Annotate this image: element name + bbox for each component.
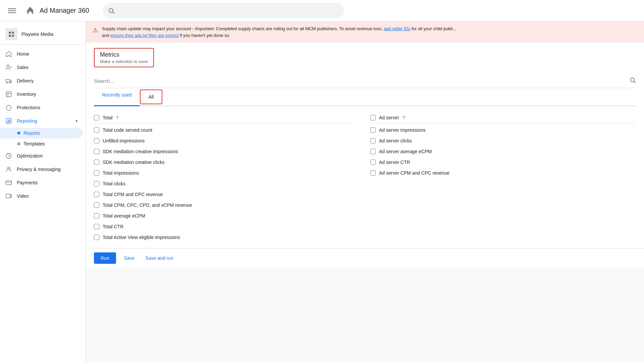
tab-all[interactable]: All bbox=[140, 89, 163, 104]
sidebar-item-optimization[interactable]: Optimization bbox=[0, 149, 83, 163]
svg-line-5 bbox=[113, 12, 114, 13]
metrics-section: Metrics Make a selection to save Recentl… bbox=[86, 43, 644, 248]
checkbox-total-clicks[interactable] bbox=[94, 181, 99, 186]
sidebar-item-reporting[interactable]: Reporting ▾ bbox=[0, 114, 83, 128]
video-icon bbox=[5, 193, 12, 199]
inventory-icon bbox=[5, 91, 12, 98]
metrics-tabs: Recently used All bbox=[94, 88, 636, 106]
sidebar-label-inventory: Inventory bbox=[17, 92, 36, 97]
metric-item-total-impressions[interactable]: Total impressions bbox=[94, 168, 354, 178]
main-layout: Playwire Media Home Sales bbox=[0, 21, 644, 362]
sidebar-item-protections[interactable]: Protections bbox=[0, 101, 83, 114]
run-button[interactable]: Run bbox=[94, 252, 116, 264]
metric-item-total-cpm-cpc-cpd[interactable]: Total CPM, CPC, CPD, and vCPM revenue bbox=[94, 200, 354, 210]
svg-point-10 bbox=[7, 65, 9, 67]
metric-item-unfilled[interactable]: Unfilled impressions bbox=[94, 135, 354, 146]
account-selector[interactable]: Playwire Media bbox=[0, 24, 86, 45]
checkbox-ad-server-impressions[interactable] bbox=[370, 127, 376, 133]
bottom-toolbar: Run Save Save and run bbox=[86, 248, 644, 268]
sidebar-item-reports[interactable]: Reports bbox=[0, 128, 83, 138]
checkbox-sdk-impressions[interactable] bbox=[94, 149, 99, 154]
checkbox-total-cpm-cpc-cpd[interactable] bbox=[94, 202, 99, 208]
metric-label-total-active-view: Total Active View eligible impressions bbox=[103, 235, 180, 240]
checkbox-total-impressions[interactable] bbox=[94, 170, 99, 176]
checkbox-ad-server-clicks[interactable] bbox=[370, 138, 376, 143]
metric-item-total-code-served[interactable]: Total code served count bbox=[94, 125, 354, 135]
ad-server-group-checkbox[interactable] bbox=[370, 115, 376, 120]
metric-label-unfilled: Unfilled impressions bbox=[103, 138, 145, 143]
total-group-label: Total bbox=[103, 115, 113, 120]
metric-item-ad-server-ctr[interactable]: Ad server CTR bbox=[370, 157, 636, 168]
checkbox-unfilled[interactable] bbox=[94, 138, 99, 143]
svg-rect-9 bbox=[12, 35, 14, 37]
metric-label-total-ctr: Total CTR bbox=[103, 224, 123, 229]
metric-label-total-clicks: Total clicks bbox=[103, 181, 125, 186]
ad-server-group-label: Ad server bbox=[379, 115, 399, 120]
alert-text-2: for all your child publi... bbox=[412, 26, 456, 31]
metric-item-ad-server-cpm-cpc[interactable]: Ad server CPM and CPC revenue bbox=[370, 168, 636, 178]
checkbox-total-active-view[interactable] bbox=[94, 235, 99, 240]
sidebar-item-video[interactable]: Video bbox=[0, 189, 83, 203]
sidebar-label-home: Home bbox=[17, 51, 29, 57]
inactive-dot bbox=[17, 142, 20, 145]
checkbox-sdk-clicks[interactable] bbox=[94, 160, 99, 165]
alert-link-ads-txt[interactable]: ensure their ads.txt files are correct bbox=[110, 33, 178, 38]
ad-server-help-icon[interactable]: ? bbox=[402, 115, 405, 120]
metric-item-total-active-view[interactable]: Total Active View eligible impressions bbox=[94, 232, 354, 243]
sidebar-item-inventory[interactable]: Inventory bbox=[0, 87, 83, 101]
svg-rect-25 bbox=[6, 194, 10, 198]
metric-item-ad-server-impressions[interactable]: Ad server impressions bbox=[370, 125, 636, 135]
delivery-icon bbox=[5, 77, 12, 84]
metric-label-ad-server-avg-ecpm: Ad server average eCPM bbox=[379, 149, 432, 154]
checkbox-ad-server-ctr[interactable] bbox=[370, 160, 376, 165]
checkbox-total-avg-ecpm[interactable] bbox=[94, 213, 99, 219]
sidebar-item-home[interactable]: Home bbox=[0, 47, 83, 61]
search-bar[interactable] bbox=[103, 3, 344, 18]
checkbox-total-ctr[interactable] bbox=[94, 224, 99, 229]
expand-icon: ▾ bbox=[75, 119, 77, 123]
search-input[interactable] bbox=[119, 8, 339, 14]
protections-icon bbox=[5, 104, 12, 111]
metrics-search-icon bbox=[629, 77, 636, 85]
checkbox-ad-server-avg-ecpm[interactable] bbox=[370, 149, 376, 154]
metric-label-ad-server-impressions: Ad server impressions bbox=[379, 127, 426, 133]
metric-label-sdk-impressions: SDK mediation creative impressions bbox=[103, 149, 178, 154]
account-name: Playwire Media bbox=[21, 32, 53, 37]
metric-item-ad-server-clicks[interactable]: Ad server clicks bbox=[370, 135, 636, 146]
checkbox-total-cpm-cpc[interactable] bbox=[94, 192, 99, 197]
save-button[interactable]: Save bbox=[121, 252, 138, 264]
save-and-run-button[interactable]: Save and run bbox=[143, 252, 176, 264]
alert-icon: ⚠ bbox=[93, 26, 98, 35]
menu-icon[interactable] bbox=[5, 4, 19, 17]
metric-label-total-impressions: Total impressions bbox=[103, 170, 139, 176]
metric-item-ad-server-avg-ecpm[interactable]: Ad server average eCPM bbox=[370, 146, 636, 157]
metrics-search-bar[interactable] bbox=[94, 74, 636, 88]
metric-label-sdk-clicks: SDK mediation creative clicks bbox=[103, 160, 164, 165]
optimization-icon bbox=[5, 153, 12, 159]
metric-label-ad-server-cpm-cpc: Ad server CPM and CPC revenue bbox=[379, 170, 449, 176]
metric-item-total-avg-ecpm[interactable]: Total average eCPM bbox=[94, 210, 354, 221]
sidebar-label-protections: Protections bbox=[17, 105, 40, 110]
svg-rect-7 bbox=[12, 32, 14, 34]
sidebar-item-templates[interactable]: Templates bbox=[0, 138, 83, 149]
metric-item-total-ctr[interactable]: Total CTR bbox=[94, 221, 354, 232]
checkbox-total-code-served[interactable] bbox=[94, 127, 99, 133]
metric-item-total-cpm-cpc[interactable]: Total CPM and CPC revenue bbox=[94, 189, 354, 200]
sidebar-label-reports: Reports bbox=[23, 130, 40, 136]
metric-item-sdk-impressions[interactable]: SDK mediation creative impressions bbox=[94, 146, 354, 157]
alert-link-seller-ids[interactable]: add seller IDs bbox=[384, 26, 410, 31]
sidebar-item-delivery[interactable]: Delivery bbox=[0, 74, 83, 87]
total-group-checkbox[interactable] bbox=[94, 115, 99, 120]
sidebar-item-sales[interactable]: Sales bbox=[0, 61, 83, 74]
total-help-icon[interactable]: ? bbox=[116, 115, 119, 120]
sidebar-item-privacy[interactable]: Privacy & messaging bbox=[0, 163, 83, 176]
privacy-icon bbox=[5, 166, 12, 173]
sidebar-item-payments[interactable]: Payments bbox=[0, 176, 83, 189]
svg-rect-8 bbox=[9, 35, 11, 37]
tab-recently-used[interactable]: Recently used bbox=[94, 88, 140, 106]
metric-item-sdk-clicks[interactable]: SDK mediation creative clicks bbox=[94, 157, 354, 168]
sidebar-label-sales: Sales bbox=[17, 65, 29, 70]
metrics-search-input[interactable] bbox=[94, 78, 629, 84]
metric-item-total-clicks[interactable]: Total clicks bbox=[94, 178, 354, 189]
checkbox-ad-server-cpm-cpc[interactable] bbox=[370, 170, 376, 176]
